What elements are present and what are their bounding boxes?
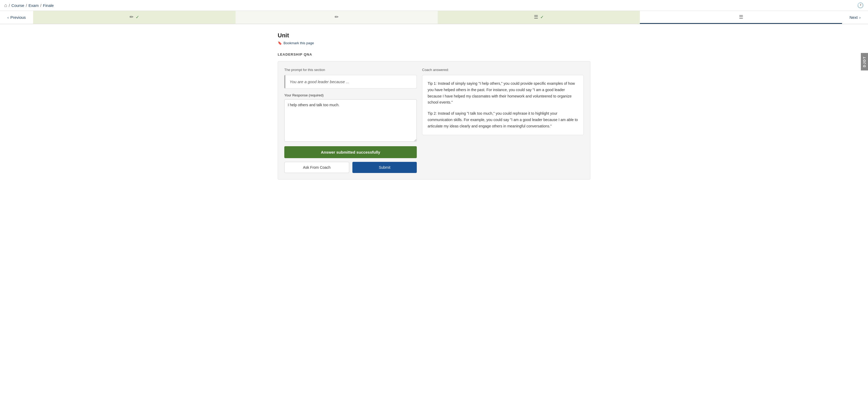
edit-icon-1: ✏	[130, 14, 133, 20]
left-panel: The prompt for this section You are a go…	[284, 68, 417, 173]
right-panel: Coach answered: Tip 1: Instead of simply…	[422, 68, 584, 173]
coach-tip-1: Tip 1: Instead of simply saying "I help …	[428, 81, 578, 106]
top-bar: ⌂ / Course / Exam / Finale 🕐	[0, 0, 868, 11]
tab-1[interactable]: ✏ ✓	[33, 11, 235, 24]
check-icon-1: ✓	[136, 14, 139, 20]
section-title: LEADERSHIP QNA	[278, 53, 590, 57]
qna-container: The prompt for this section You are a go…	[278, 61, 590, 180]
coach-answer-box: Tip 1: Instead of simply saying "I help …	[422, 75, 584, 135]
breadcrumb-separator: /	[9, 3, 10, 8]
vertical-label[interactable]: DJDT	[861, 53, 868, 70]
ask-coach-button[interactable]: Ask From Coach	[284, 162, 349, 173]
breadcrumb-course[interactable]: Course	[11, 3, 24, 8]
check-icon-2: ✓	[540, 14, 544, 20]
tab-bar: ✏ ✓ ✏ ☰ ✓ ☰	[33, 11, 842, 24]
list-icon-1: ☰	[534, 14, 538, 20]
prompt-label: The prompt for this section	[284, 68, 417, 72]
submit-button[interactable]: Submit	[352, 162, 417, 173]
tab-4[interactable]: ☰	[640, 11, 842, 24]
previous-button[interactable]: ‹ Previous	[0, 11, 33, 24]
breadcrumb-exam[interactable]: Exam	[29, 3, 39, 8]
page-title: Unit	[278, 32, 590, 39]
success-banner: Answer submitted successfully	[284, 146, 417, 158]
chevron-right-icon: ›	[859, 15, 861, 20]
breadcrumb-finale[interactable]: Finale	[43, 3, 54, 8]
breadcrumb-separator3: /	[40, 3, 41, 8]
response-textarea[interactable]	[284, 99, 417, 142]
edit-icon-2: ✏	[335, 14, 339, 20]
next-button[interactable]: Next ›	[842, 11, 868, 24]
bookmark-icon: 🔖	[278, 41, 282, 45]
navigation-bar: ‹ Previous ✏ ✓ ✏ ☰ ✓ ☰ Next ›	[0, 11, 868, 24]
list-icon-2: ☰	[739, 14, 743, 20]
prompt-box: You are a good leader because ...	[284, 75, 417, 89]
home-icon: ⌂	[4, 3, 7, 8]
breadcrumb: ⌂ / Course / Exam / Finale	[4, 3, 54, 8]
tab-3[interactable]: ☰ ✓	[438, 11, 640, 24]
bookmark-link[interactable]: 🔖 Bookmark this page	[278, 41, 590, 45]
clock-icon: 🕐	[857, 2, 864, 8]
chevron-left-icon: ‹	[7, 15, 9, 20]
coach-tip-2: Tip 2: Instead of saying "I talk too muc…	[428, 110, 578, 129]
main-content: Unit 🔖 Bookmark this page LEADERSHIP QNA…	[262, 24, 606, 188]
response-label: Your Response (required)	[284, 93, 417, 97]
action-buttons: Ask From Coach Submit	[284, 162, 417, 173]
breadcrumb-separator2: /	[26, 3, 27, 8]
tab-2[interactable]: ✏	[236, 11, 438, 24]
coach-label: Coach answered:	[422, 68, 584, 72]
